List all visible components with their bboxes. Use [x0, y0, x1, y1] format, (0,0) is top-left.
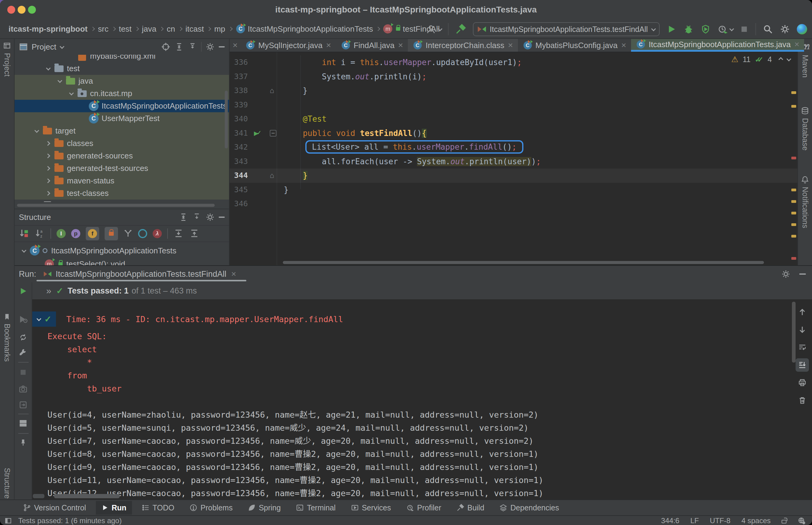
chevron-down-icon[interactable] [69, 91, 74, 95]
line-ending[interactable]: LF [690, 516, 699, 525]
warning-stripe-mark[interactable] [791, 223, 796, 226]
highlighting-level-icon[interactable] [797, 516, 806, 525]
thread-dump-camera-icon[interactable] [18, 385, 28, 394]
caret-position[interactable]: 344:6 [661, 516, 679, 525]
breadcrumb-item-itcast-mp-springboot[interactable]: itcast-mp-springboot [9, 24, 88, 34]
scroll-to-end-icon[interactable] [796, 358, 809, 372]
tree-item-itcastmpspringbootapplicationtests[interactable]: CItcastMpSpringbootApplicationTests [15, 100, 229, 112]
tree-item-java[interactable]: java [15, 75, 229, 87]
tool-window-button-terminal[interactable]: Terminal [290, 501, 341, 515]
breadcrumb-item-mp[interactable]: mp [214, 24, 225, 34]
stop-button[interactable] [740, 25, 749, 34]
code-line-344[interactable]: 344⌂ } [230, 168, 797, 183]
tree-item-generated-sources[interactable]: generated-sources [15, 150, 229, 162]
hide-panel-icon[interactable] [219, 216, 225, 218]
hide-panel-icon[interactable] [219, 46, 225, 47]
tree-item-test-classes[interactable]: test-classes [15, 187, 229, 199]
soft-wrap-icon[interactable] [796, 341, 809, 354]
sidebar-item-bookmarks[interactable]: Bookmarks [0, 313, 14, 365]
console-horizontal-scrollbar[interactable] [54, 494, 120, 498]
breadcrumb-item-test[interactable]: test [119, 24, 132, 34]
line-number[interactable]: 343 [230, 154, 248, 169]
chevron-down-icon[interactable] [46, 66, 51, 71]
line-number[interactable]: 344 [230, 168, 248, 183]
show-fields-toggle[interactable]: f [86, 227, 99, 240]
editor-tab-mybatisplusconfig-java[interactable]: CMybatisPlusConfig.java× [518, 39, 631, 52]
stop-button[interactable] [19, 368, 27, 377]
run-with-coverage-button[interactable] [700, 24, 711, 34]
breadcrumb-item-itcast[interactable]: itcast [185, 24, 204, 34]
sidebar-item-structure[interactable]: Structure [0, 465, 14, 501]
tool-window-button-run[interactable]: Run [96, 501, 132, 515]
chevron-right-icon[interactable] [45, 166, 50, 171]
close-icon[interactable]: × [231, 269, 236, 279]
clear-console-trash-icon[interactable] [796, 394, 809, 407]
breadcrumb-item-java[interactable]: java [142, 24, 157, 34]
anonymous-classes-icon[interactable] [138, 229, 147, 238]
code-line-339[interactable]: 339 [230, 98, 797, 112]
file-encoding[interactable]: UTF-8 [710, 516, 731, 525]
rerun-button[interactable] [18, 286, 28, 296]
expand-all-icon[interactable] [179, 212, 188, 222]
selected-test-node[interactable]: ✓ [32, 312, 56, 327]
show-properties-icon[interactable]: p [71, 229, 80, 238]
code-line-341[interactable]: 341▶✓− public void testFindAll(){ [230, 126, 797, 140]
tool-window-button-spring[interactable]: Spring [242, 501, 286, 515]
chevron-down-icon[interactable] [34, 128, 39, 133]
tool-windows-icon[interactable] [4, 517, 12, 525]
line-number[interactable]: 340 [230, 112, 248, 126]
toggle-auto-test-icon[interactable] [18, 333, 28, 342]
tree-item-test[interactable]: test [15, 62, 229, 75]
filter-icon[interactable] [123, 229, 133, 238]
line-number[interactable]: 346 [230, 197, 248, 211]
settings-gear-icon[interactable] [780, 24, 790, 34]
code-line-343[interactable]: 343 all.forEach(user -> System.out.print… [230, 154, 797, 169]
project-view-dropdown-icon[interactable] [60, 44, 64, 49]
tree-item-target[interactable]: target [15, 125, 229, 137]
tree-item-classes[interactable]: classes [15, 137, 229, 150]
tool-window-button-build[interactable]: Build [451, 501, 490, 515]
test-settings-wrench-icon[interactable] [18, 348, 28, 357]
warning-stripe-mark[interactable] [791, 212, 796, 214]
collapse-all-icon[interactable] [192, 212, 202, 222]
run-test-gutter-icon[interactable]: ▶✓ [254, 126, 258, 140]
debug-button[interactable] [683, 24, 694, 34]
inspections-widget[interactable]: ⚠ 11 ✓✓ 4 [731, 55, 790, 64]
editor-tab-findall-java[interactable]: CFindAll.java× [336, 39, 408, 52]
sidebar-item-database[interactable]: Database [798, 106, 812, 154]
expand-all-icon[interactable]: » [46, 286, 51, 296]
autoscroll-from-source-icon[interactable] [189, 228, 199, 239]
profiler-button[interactable] [717, 24, 733, 34]
expand-all-icon[interactable] [174, 42, 184, 52]
line-number[interactable]: 341 [230, 126, 248, 140]
line-number[interactable]: 342 [230, 140, 248, 154]
collapse-all-icon[interactable] [188, 42, 197, 52]
tab-close-icon[interactable]: × [794, 40, 799, 49]
tool-window-button-problems[interactable]: Problems [184, 501, 238, 515]
code-line-342[interactable]: 342 List<User> all = this.userMapper.fin… [230, 140, 797, 154]
show-inherited-icon[interactable]: I [57, 229, 66, 238]
gear-icon[interactable] [205, 212, 215, 222]
gear-icon[interactable] [781, 269, 791, 279]
warning-stripe-mark[interactable] [791, 105, 796, 108]
build-hammer-icon[interactable] [455, 24, 466, 35]
breadcrumb-item-itcastmpspringbootapplicationtests[interactable]: CItcastMpSpringbootApplicationTests [236, 24, 373, 34]
error-stripe-mark[interactable] [791, 157, 796, 160]
code-line-336[interactable]: 336 int i = this.userMapper.updateById(u… [230, 55, 797, 70]
scroll-down-icon[interactable] [796, 323, 809, 336]
autoscroll-to-source-icon[interactable] [173, 228, 184, 239]
warning-stripe-mark[interactable] [791, 235, 796, 238]
tab-close-icon[interactable]: × [508, 41, 513, 50]
line-number[interactable]: 336 [230, 55, 248, 70]
fold-marker-icon[interactable]: ⌂ [270, 168, 274, 183]
editor[interactable]: 336 int i = this.userMapper.updateById(u… [230, 52, 797, 265]
tree-item-generated-test-sources[interactable]: generated-test-sources [15, 162, 229, 175]
print-icon[interactable] [796, 376, 809, 389]
indent-setting[interactable]: 4 spaces [741, 516, 771, 525]
scroll-up-icon[interactable] [796, 305, 809, 319]
horizontal-scrollbar[interactable] [17, 204, 215, 207]
warning-stripe-mark[interactable] [791, 91, 796, 94]
unlock-icon[interactable] [782, 520, 786, 524]
code-line-346[interactable]: 346 [230, 197, 797, 211]
test-console[interactable]: ✓ Time: 36 ms - ID: cn.itcast.mp.mapper.… [32, 299, 812, 501]
